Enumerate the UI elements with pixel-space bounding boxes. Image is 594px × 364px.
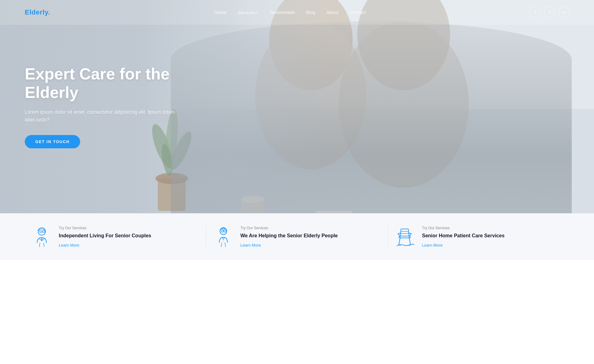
learn-more-link-2[interactable]: Learn More: [240, 243, 338, 248]
nav-item-services[interactable]: Services ▾: [238, 10, 258, 15]
svg-line-25: [39, 243, 40, 247]
svg-line-26: [44, 243, 44, 247]
svg-line-48: [399, 245, 401, 246]
svg-line-34: [221, 243, 222, 247]
svg-rect-38: [399, 236, 410, 238]
hero-title: Expert Care for the Elderly: [25, 65, 179, 102]
nav-link-blog[interactable]: Blog: [306, 10, 315, 15]
learn-more-link-1[interactable]: Learn More: [59, 243, 151, 248]
nav-item-testimonials[interactable]: Testimonials: [269, 10, 295, 15]
svg-rect-23: [42, 231, 45, 232]
rocking-chair-icon: [394, 226, 416, 248]
nav-link-contact[interactable]: Contact: [350, 10, 366, 15]
brand-logo[interactable]: Elderly.: [25, 8, 50, 16]
chevron-down-icon: ▾: [256, 11, 258, 14]
get-in-touch-button[interactable]: GET IN TOUCH: [25, 135, 80, 148]
navbar: Elderly. Home Services ▾ Testimonials Bl…: [0, 0, 594, 25]
service-info-helping-elderly: Try Our Services We Are Helping the Seni…: [240, 226, 338, 248]
nav-links: Home Services ▾ Testimonials Blog About …: [214, 10, 366, 15]
service-card-senior-couples: Try Our Services Independent Living For …: [25, 226, 206, 248]
svg-point-6: [339, 21, 469, 188]
svg-rect-22: [40, 231, 42, 232]
service-info-home-patient: Try Our Services Senior Home Patient Car…: [422, 226, 505, 248]
social-links: f 𝕏 in: [530, 7, 569, 18]
senior-couples-icon: [31, 226, 53, 248]
service-title-2: We Are Helping the Senior Elderly People: [240, 233, 338, 239]
svg-line-35: [225, 243, 226, 247]
nav-item-about[interactable]: About: [326, 10, 338, 15]
nav-item-blog[interactable]: Blog: [306, 10, 315, 15]
hero-section: Expert Care for the Elderly Lorem ipsum …: [0, 0, 594, 213]
svg-rect-30: [224, 231, 226, 232]
service-title-3: Senior Home Patient Care Services: [422, 233, 505, 239]
hero-subtitle: Lorem ipsum dolor sit amet, consectetur …: [25, 108, 179, 124]
nav-link-testimonials[interactable]: Testimonials: [269, 10, 295, 15]
svg-line-44: [398, 234, 400, 236]
svg-line-45: [409, 234, 411, 236]
facebook-icon: f: [535, 10, 536, 15]
nav-link-home[interactable]: Home: [214, 10, 226, 15]
learn-more-link-3[interactable]: Learn More: [422, 243, 505, 248]
brand-dot: .: [48, 8, 50, 16]
nav-link-about[interactable]: About: [326, 10, 338, 15]
service-subtitle-2: Try Our Services: [240, 226, 338, 230]
service-subtitle-3: Try Our Services: [422, 226, 505, 230]
helping-elderly-icon: [213, 226, 234, 248]
service-card-helping-elderly: Try Our Services We Are Helping the Seni…: [206, 226, 388, 248]
svg-point-33: [223, 241, 224, 241]
service-card-home-patient: Try Our Services Senior Home Patient Car…: [388, 226, 569, 248]
services-row: Try Our Services Independent Living For …: [0, 213, 594, 260]
nav-item-home[interactable]: Home: [214, 10, 226, 15]
nav-item-contact[interactable]: Contact: [350, 10, 366, 15]
linkedin-icon: in: [562, 11, 565, 14]
service-title-1: Independent Living For Senior Couples: [59, 233, 151, 239]
linkedin-social-button[interactable]: in: [558, 7, 569, 18]
brand-name: Elderly: [25, 8, 48, 16]
twitter-social-button[interactable]: 𝕏: [544, 7, 555, 18]
nav-link-services[interactable]: Services ▾: [238, 10, 258, 15]
svg-point-32: [223, 239, 224, 240]
hero-content: Expert Care for the Elderly Lorem ipsum …: [25, 65, 179, 148]
svg-rect-29: [222, 231, 224, 232]
facebook-social-button[interactable]: f: [530, 7, 541, 18]
service-subtitle-1: Try Our Services: [59, 226, 151, 230]
service-info-senior-couples: Try Our Services Independent Living For …: [59, 226, 151, 248]
twitter-icon: 𝕏: [548, 10, 551, 15]
